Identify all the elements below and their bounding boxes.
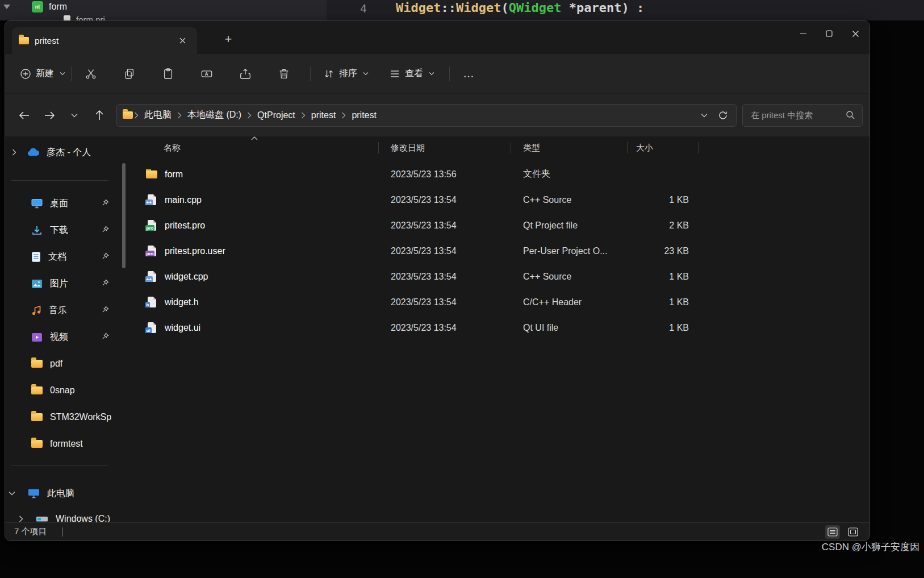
rename-button[interactable] (194, 61, 219, 86)
breadcrumb-segment[interactable]: pritest (307, 108, 341, 123)
column-divider[interactable] (511, 142, 511, 153)
tab-pritest[interactable]: pritest (12, 27, 197, 54)
sidebar-item-onedrive[interactable]: 彦杰 - 个人 (5, 139, 116, 165)
recent-locations-button[interactable] (62, 104, 87, 127)
sidebar-item-desktop[interactable]: 桌面 (5, 190, 116, 217)
status-bar: 7 个项目 (5, 522, 869, 540)
column-header-size[interactable]: 大小 (627, 136, 698, 159)
column-header-type[interactable]: 类型 (511, 136, 627, 159)
drive-icon (36, 514, 48, 522)
file-badge: ++ (145, 199, 153, 205)
breadcrumb-segment[interactable]: QtProject (253, 108, 300, 123)
view-button[interactable]: 查看 (383, 61, 440, 86)
delete-button[interactable] (271, 61, 296, 86)
this-pc-icon (28, 488, 40, 498)
file-row[interactable]: form 2023/5/23 13:56 文件夹 (133, 161, 869, 187)
file-row[interactable]: propritest.pro 2023/5/23 13:54 Qt Projec… (133, 213, 869, 238)
sidebar-item-downloads[interactable]: 下载 (5, 217, 116, 243)
chevron-right-icon (341, 112, 346, 119)
sidebar-item-formtest[interactable]: formtest (5, 431, 116, 457)
back-button[interactable] (12, 104, 37, 127)
large-icons-view-button[interactable] (846, 525, 860, 539)
search-input[interactable] (750, 110, 846, 120)
forward-button[interactable] (37, 104, 62, 127)
file-row[interactable]: ++widget.cpp 2023/5/23 13:54 C++ Source … (133, 264, 869, 289)
file-type: C++ Source (511, 195, 627, 205)
code-token: QWidget (509, 1, 562, 15)
column-divider[interactable] (698, 142, 699, 153)
new-tab-button[interactable]: + (219, 30, 238, 48)
sidebar-scrollbar[interactable] (120, 136, 127, 522)
breadcrumb-segment[interactable]: 此电脑 (140, 107, 176, 123)
paste-button[interactable] (156, 61, 181, 86)
large-icons-view-icon (848, 527, 858, 537)
tree-expander-icon[interactable] (3, 5, 10, 9)
videos-icon (31, 332, 43, 342)
file-name: pritest.pro (165, 221, 205, 231)
file-name: widget.h (165, 297, 199, 307)
code-token: Widget (456, 1, 501, 15)
file-type: C++ Source (511, 272, 627, 282)
scrollbar-thumb[interactable] (122, 163, 126, 268)
sidebar-item-pictures[interactable]: 图片 (5, 271, 116, 297)
breadcrumb[interactable]: 此电脑 本地磁盘 (D:) QtProject pritest pritest (116, 104, 737, 127)
sidebar-item-label: STM32WorkSp (50, 412, 111, 422)
details-view-button[interactable] (825, 525, 840, 539)
sort-button[interactable]: 排序 (317, 61, 374, 86)
file-row[interactable]: hwidget.h 2023/5/23 13:54 C/C++ Header 1… (133, 289, 869, 315)
column-divider[interactable] (378, 142, 379, 153)
maximize-icon (826, 30, 833, 37)
file-row[interactable]: ++main.cpp 2023/5/23 13:54 C++ Source 1 … (133, 187, 869, 213)
search-box[interactable] (742, 104, 863, 127)
sidebar-item-label: 下载 (50, 224, 68, 236)
sidebar-item-windows-c[interactable]: Windows (C:) (5, 506, 116, 522)
column-divider[interactable] (627, 142, 628, 153)
close-button[interactable] (842, 23, 868, 44)
file-explorer-window: pritest + 新建 (5, 20, 870, 541)
copy-icon (123, 68, 136, 80)
cut-button[interactable] (78, 61, 103, 86)
sidebar-item-stm32worksp[interactable]: STM32WorkSp (5, 404, 116, 430)
tab-close-button[interactable] (174, 33, 190, 49)
project-tree-panel: nt form form.pri (0, 0, 327, 20)
scissors-icon (85, 68, 97, 80)
file-name: widget.ui (165, 323, 200, 333)
pin-icon (101, 278, 110, 287)
refresh-icon[interactable] (718, 110, 728, 120)
sidebar-item-thispc[interactable]: 此电脑 (5, 480, 116, 506)
more-options-button[interactable]: … (457, 61, 482, 86)
file-date: 2023/5/23 13:56 (378, 169, 511, 180)
minimize-button[interactable] (790, 23, 816, 44)
chevron-right-icon (19, 515, 23, 522)
breadcrumb-segment[interactable]: 本地磁盘 (D:) (183, 107, 246, 123)
sort-icon (323, 68, 335, 80)
column-header-date[interactable]: 修改日期 (378, 136, 511, 159)
sidebar-item-label: 彦杰 - 个人 (47, 147, 91, 159)
chevron-right-icon (247, 112, 252, 119)
pin-icon (101, 252, 110, 260)
explorer-content: 彦杰 - 个人 桌面 下载 文档 (5, 136, 869, 522)
sidebar-item-documents[interactable]: 文档 (5, 244, 116, 270)
chevron-right-icon (177, 112, 182, 119)
file-row[interactable]: propritest.pro.user 2023/5/23 13:54 Per-… (133, 238, 869, 264)
share-button[interactable] (233, 61, 258, 86)
sidebar-item-pdf[interactable]: pdf (5, 351, 116, 377)
new-button[interactable]: 新建 (14, 61, 71, 86)
sidebar-item-0snap[interactable]: 0snap (5, 377, 116, 404)
breadcrumb-segment[interactable]: pritest (347, 108, 381, 123)
file-type: Per-User Project O... (511, 246, 627, 256)
maximize-button[interactable] (816, 23, 842, 44)
rename-icon (200, 68, 213, 80)
tree-item-form[interactable]: nt form (3, 1, 67, 13)
file-type: Qt Project file (511, 221, 627, 231)
chevron-down-icon (71, 113, 78, 118)
file-row[interactable]: uiwidget.ui 2023/5/23 13:54 Qt UI file 1… (133, 315, 869, 340)
up-button[interactable] (87, 104, 112, 127)
sidebar-item-videos[interactable]: 视频 (5, 324, 116, 350)
address-dropdown-icon[interactable] (701, 113, 708, 118)
copy-button[interactable] (117, 61, 142, 86)
sidebar-item-music[interactable]: 音乐 (5, 297, 116, 323)
cpp-file-icon: ++ (148, 271, 156, 282)
document-icon (31, 251, 41, 263)
pin-icon (101, 305, 110, 314)
